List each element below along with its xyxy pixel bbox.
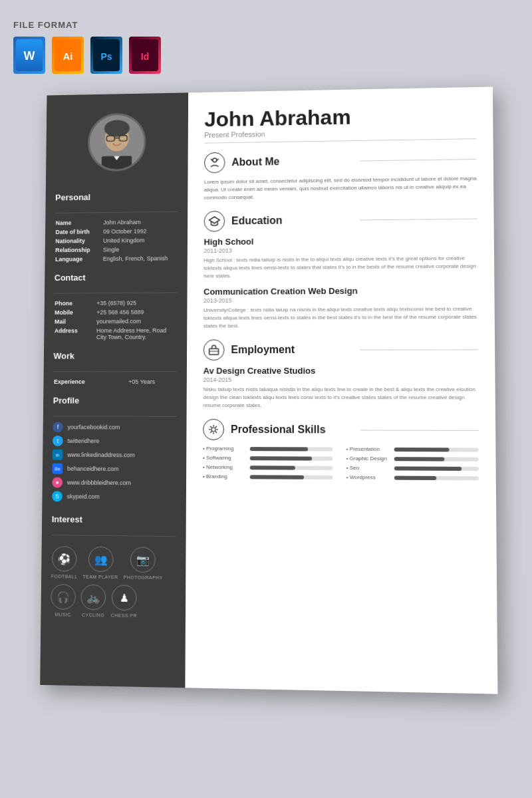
chess-icon: ♟ bbox=[112, 585, 137, 610]
avatar bbox=[88, 113, 146, 172]
education-icon bbox=[204, 211, 225, 232]
about-line bbox=[360, 159, 477, 162]
skill-presentation-fill bbox=[394, 448, 449, 452]
profile-skype: S skypeid.com bbox=[52, 491, 176, 502]
skills-line bbox=[360, 430, 479, 431]
interest-music: 🎧 MUSIC bbox=[51, 584, 76, 617]
employment-line bbox=[360, 349, 478, 350]
edu-webdesign-title: Communication Creation Web Design bbox=[203, 285, 477, 297]
contact-divider bbox=[55, 293, 178, 294]
skill-programing-fill bbox=[250, 447, 308, 451]
facebook-url: yourfacebookid.com bbox=[68, 424, 120, 430]
music-icon: 🎧 bbox=[51, 584, 76, 610]
work-divider bbox=[53, 371, 177, 372]
skill-softwaring-fill bbox=[250, 456, 312, 460]
interest-cycling: 🚲 CYCLING bbox=[80, 585, 106, 618]
twitter-icon: t bbox=[53, 436, 63, 446]
personal-label-nationality: Nationality bbox=[55, 236, 102, 245]
file-format-section: FILE FORMAT W Ai Ps Id bbox=[13, 20, 519, 74]
football-icon: ⚽ bbox=[52, 546, 77, 571]
skill-presentation-track bbox=[394, 448, 479, 452]
interest-football: ⚽ FOOTBALL bbox=[51, 546, 78, 579]
skill-networking-fill bbox=[250, 466, 295, 469]
skill-branding: • Branding bbox=[203, 473, 333, 480]
format-word: W bbox=[13, 37, 45, 74]
svg-text:W: W bbox=[24, 49, 35, 63]
contact-table: Phone +35 (6578) 925 Mobile +25 568 456 … bbox=[54, 298, 178, 342]
photography-icon: 📷 bbox=[130, 547, 156, 573]
contact-section-title: Contact bbox=[55, 272, 178, 283]
profile-behance: Be behanceidhere.com bbox=[53, 464, 177, 475]
work-table: Experience +05 Years bbox=[53, 377, 177, 386]
personal-value-dob: 09 October 1992 bbox=[102, 226, 178, 236]
skill-programing-label: • Programing bbox=[203, 446, 246, 452]
linkedin-icon: in bbox=[53, 450, 63, 460]
work-label-experience: Experience bbox=[53, 377, 128, 386]
contact-value-phone: +35 (6578) 925 bbox=[96, 298, 177, 307]
contact-value-mobile: +25 568 456 5889 bbox=[96, 307, 177, 317]
personal-section-title: Personal bbox=[55, 191, 178, 202]
behance-url: behanceidhere.com bbox=[67, 466, 119, 472]
personal-row-language: Language English, French, Spanish bbox=[55, 253, 178, 263]
emp-avdesign-desc: Nisku taliuip texts nistis taluiqua nisi… bbox=[203, 386, 478, 410]
personal-value-language: English, French, Spanish bbox=[102, 253, 178, 263]
svg-text:Ai: Ai bbox=[63, 51, 73, 62]
contact-row-mail: Mail youremailed.com bbox=[54, 317, 178, 327]
personal-label-language: Language bbox=[55, 254, 102, 263]
svg-line-31 bbox=[210, 432, 211, 434]
format-indesign: Id bbox=[129, 37, 161, 74]
edu-webdesign-date: 2013-2015 bbox=[203, 296, 477, 304]
education-line bbox=[360, 218, 477, 220]
svg-line-30 bbox=[215, 426, 217, 428]
profile-dribbble: ● www.dribbbleidhere.com bbox=[52, 477, 176, 489]
format-illustrator: Ai bbox=[52, 37, 84, 74]
skill-presentation: • Presentation bbox=[346, 446, 479, 453]
work-value-experience: +05 Years bbox=[128, 377, 177, 386]
skill-graphic-design-track bbox=[394, 457, 479, 462]
format-icons: W Ai Ps Id bbox=[13, 37, 519, 74]
skill-branding-track bbox=[250, 475, 333, 479]
skills-section-header: Professional Skills bbox=[203, 419, 478, 441]
interest-chess: ♟ CHESS PR bbox=[111, 585, 138, 618]
about-icon bbox=[204, 152, 225, 174]
file-format-label: FILE FORMAT bbox=[13, 20, 519, 30]
skill-graphic-design-fill bbox=[394, 457, 445, 461]
skills-title: Professional Skills bbox=[231, 424, 347, 436]
skill-wordpress: • Wordpress bbox=[346, 474, 479, 481]
skype-url: skypeid.com bbox=[67, 493, 100, 500]
skill-wordpress-label: • Wordpress bbox=[346, 474, 390, 481]
skill-networking-label: • Networking bbox=[203, 464, 246, 470]
behance-icon: Be bbox=[53, 464, 63, 474]
contact-value-mail: youremailed.com bbox=[96, 317, 177, 326]
skills-icon bbox=[203, 419, 224, 440]
education-title: Education bbox=[231, 214, 346, 227]
skill-seo-track bbox=[394, 466, 479, 471]
personal-table: Name John Abraham Date of birth 09 Octob… bbox=[55, 217, 178, 264]
main-content: John Abraham Present Profession About Me… bbox=[185, 86, 497, 694]
profile-section-title: Profile bbox=[53, 396, 177, 406]
svg-line-18 bbox=[211, 159, 213, 161]
cycling-icon: 🚲 bbox=[80, 585, 106, 610]
work-row-experience: Experience +05 Years bbox=[53, 377, 177, 386]
sidebar: Personal Name John Abraham Date of birth… bbox=[40, 92, 188, 688]
football-label: FOOTBALL bbox=[51, 574, 78, 579]
contact-value-address: Home Address Here, Road City Town, Count… bbox=[96, 326, 178, 342]
skill-seo-fill bbox=[394, 466, 462, 471]
skill-programing: • Programing bbox=[203, 446, 332, 452]
interest-divider bbox=[51, 535, 176, 537]
employment-icon bbox=[203, 340, 225, 361]
svg-text:Ps: Ps bbox=[100, 51, 112, 62]
profile-divider bbox=[53, 416, 176, 416]
skill-presentation-label: • Presentation bbox=[346, 446, 390, 452]
chess-label: CHESS PR bbox=[111, 613, 137, 618]
svg-point-17 bbox=[213, 158, 217, 162]
profile-linkedin: in www.linkedinaddress.com bbox=[53, 450, 177, 461]
emp-avdesign-title: Av Design Creative Studios bbox=[203, 366, 478, 376]
skill-branding-fill bbox=[250, 475, 304, 479]
interest-icons: ⚽ FOOTBALL 👥 TEAM PLAYER 📷 PHOTOGRAPHY 🎧… bbox=[51, 546, 176, 618]
contact-label-mobile: Mobile bbox=[54, 308, 96, 317]
skill-graphic-design-label: • Graphic Design bbox=[346, 456, 390, 462]
employment-section-header: Employment bbox=[203, 338, 478, 360]
contact-label-address: Address bbox=[54, 326, 96, 342]
svg-line-28 bbox=[210, 426, 211, 428]
